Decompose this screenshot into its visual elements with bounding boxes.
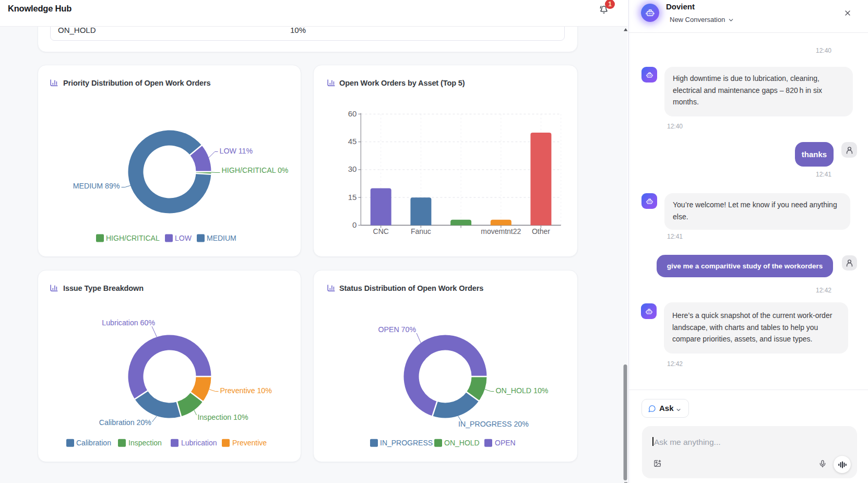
svg-text:Calibration 20%: Calibration 20% xyxy=(99,418,152,427)
svg-text:Preventive: Preventive xyxy=(232,439,267,447)
svg-text:Preventive 10%: Preventive 10% xyxy=(220,386,272,395)
svg-text:HIGH/CRITICAL: HIGH/CRITICAL xyxy=(106,234,160,242)
svg-text:IN_PROGRESS: IN_PROGRESS xyxy=(380,439,433,447)
svg-text:0: 0 xyxy=(352,220,356,229)
svg-text:LOW: LOW xyxy=(175,234,192,242)
svg-text:ON_HOLD 10%: ON_HOLD 10% xyxy=(496,386,549,395)
svg-text:Inspection 10%: Inspection 10% xyxy=(198,413,248,421)
svg-text:OPEN: OPEN xyxy=(495,439,516,447)
svg-text:HIGH/CRITICAL 0%: HIGH/CRITICAL 0% xyxy=(222,166,289,174)
svg-text:Lubrication 60%: Lubrication 60% xyxy=(102,319,155,327)
svg-text:15: 15 xyxy=(348,193,357,202)
svg-text:60: 60 xyxy=(348,109,357,118)
svg-text:MEDIUM: MEDIUM xyxy=(207,234,236,242)
svg-text:Calibration: Calibration xyxy=(76,439,111,447)
svg-text:Fanuc: Fanuc xyxy=(411,227,431,235)
svg-text:Other: Other xyxy=(532,227,550,235)
svg-text:OPEN 70%: OPEN 70% xyxy=(378,325,416,334)
svg-text:ON_HOLD: ON_HOLD xyxy=(444,439,480,447)
svg-text:45: 45 xyxy=(348,137,357,146)
svg-text:30: 30 xyxy=(348,164,357,173)
svg-text:Lubrication: Lubrication xyxy=(181,439,217,447)
svg-text:CNC: CNC xyxy=(373,227,389,235)
svg-text:LOW 11%: LOW 11% xyxy=(220,147,253,155)
svg-text:IN_PROGRESS 20%: IN_PROGRESS 20% xyxy=(458,420,529,428)
svg-text:Inspection: Inspection xyxy=(128,439,162,447)
svg-text:MEDIUM 89%: MEDIUM 89% xyxy=(73,182,120,190)
svg-text:movemtnt22: movemtnt22 xyxy=(481,227,521,235)
